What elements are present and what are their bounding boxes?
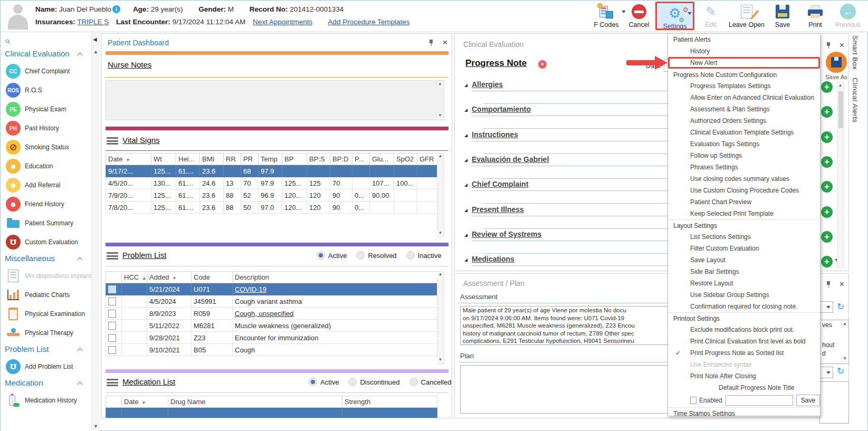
problem-column-header[interactable]: Added▼ xyxy=(147,272,192,283)
problem-column-header[interactable]: Description xyxy=(233,272,437,283)
add-section-entry-button[interactable]: + xyxy=(821,131,833,143)
chevron-up-icon[interactable] xyxy=(78,257,83,263)
menu-item-assessment-plan-settings[interactable]: Assessment & Plan Settings xyxy=(668,103,820,115)
problem-filter-radio-inactive[interactable] xyxy=(406,251,415,260)
sort-asc-icon[interactable]: ▲ xyxy=(142,276,146,281)
settings-button[interactable]: ⚙⚙⚙ Settings xyxy=(655,2,694,30)
problem-row[interactable]: 9/10/2021B05Cough xyxy=(106,344,437,356)
evaluation-scrollbar[interactable]: ▲ xyxy=(837,82,844,268)
sidebar-item-pediatric-charts[interactable]: Pediatric Charts xyxy=(1,285,91,304)
vitals-column-header[interactable]: BP xyxy=(282,154,307,165)
save-button[interactable]: Save xyxy=(766,2,799,30)
add-section-entry-button[interactable]: + xyxy=(821,206,833,218)
problem-scroll-up-icon[interactable]: ▲ xyxy=(437,272,444,278)
menu-item-patient-chart-preview[interactable]: Patient Chart Preview xyxy=(668,196,820,208)
problem-filter-radio-active[interactable] xyxy=(317,251,325,260)
problem-list-menu-icon[interactable] xyxy=(107,252,118,261)
leave-open-button[interactable]: Leave Open xyxy=(727,2,766,30)
cancel-button[interactable]: Cancel xyxy=(623,2,655,30)
info-icon[interactable]: i xyxy=(112,5,120,13)
vitals-column-header[interactable]: Temp xyxy=(259,154,282,165)
nurse-notes-scroll-up-icon[interactable]: ▲ xyxy=(436,81,443,88)
sidebar-item-r-o-s[interactable]: ROSR.O.S xyxy=(1,81,91,100)
sidebar-group-header[interactable]: Clinical Evaluation xyxy=(5,49,87,61)
section-expand-icon[interactable]: ◢ xyxy=(464,183,468,187)
listbox-scroll-down-icon[interactable]: ▼ xyxy=(841,356,848,362)
vitals-column-header[interactable]: Glu... xyxy=(370,154,394,165)
add-section-entry-button[interactable]: + xyxy=(821,181,833,193)
sidebar-item-physical-therapy[interactable]: Physical Therapy xyxy=(1,323,91,342)
row-checkbox[interactable] xyxy=(108,298,116,305)
sort-desc-icon[interactable]: ▼ xyxy=(173,276,177,281)
sidebar-item-physical-exam[interactable]: PEPhysical Exam xyxy=(1,100,91,119)
vitals-column-header[interactable]: GFR xyxy=(417,154,437,165)
insurance-link[interactable]: TRIPLE S xyxy=(77,18,109,26)
add-section-entry-button[interactable]: + xyxy=(821,81,833,93)
vitals-column-header[interactable]: PR xyxy=(241,154,259,165)
vitals-column-header[interactable]: BP:S xyxy=(307,154,330,165)
medication-filter-radio-active[interactable] xyxy=(309,378,317,386)
chevron-up-icon[interactable] xyxy=(78,53,83,58)
dashboard-close-icon[interactable]: ✕ xyxy=(442,39,448,46)
enabled-checkbox[interactable] xyxy=(690,397,697,404)
sidebar-item-physical-examination[interactable]: Physical Examination xyxy=(1,304,91,323)
menu-item-print-clinical-evaluation-first-level-as-bold[interactable]: Print Clinical Evaluation first level as… xyxy=(668,336,820,347)
problem-row[interactable]: 4/5/2024J45991Cough variant asthma xyxy=(106,295,437,308)
row-checkbox[interactable] xyxy=(108,346,116,354)
problem-filter-radio-resolved[interactable] xyxy=(356,251,365,260)
evaluation-scroll-up-icon[interactable]: ▲ xyxy=(837,83,844,89)
vitals-row[interactable]: 4/5/20...130...61....24.6137097.9125...1… xyxy=(106,177,437,189)
default-title-input[interactable] xyxy=(726,395,793,406)
vitals-scroll-down-icon[interactable]: ▼ xyxy=(437,231,444,237)
menu-item-use-sidebar-group-settings[interactable]: Use Sidebar Group Settings xyxy=(668,289,820,301)
menu-item-follow-up-settings[interactable]: Follow up Settings xyxy=(668,150,820,161)
medication-column-header[interactable]: Strength xyxy=(342,396,437,408)
problem-row[interactable]: 5/21/2024U071COVID-19 xyxy=(106,283,437,295)
chevron-up-icon[interactable] xyxy=(78,382,83,387)
fcodes-button[interactable]: F Codes xyxy=(590,2,623,30)
menu-item-exclude-modifications-block-print-out-[interactable]: Exclude modifications block print out. xyxy=(668,324,820,336)
sidebar-item-add-referral[interactable]: ☻Add Referral xyxy=(1,176,91,195)
menu-item-evaluation-tags-settings[interactable]: Evaluation Tags Settings xyxy=(668,138,820,150)
section-expand-icon[interactable]: ◢ xyxy=(464,133,468,138)
section-expand-icon[interactable]: ◢ xyxy=(464,108,468,112)
menu-item-history[interactable]: History xyxy=(668,45,820,57)
progress-note-delete-icon[interactable]: ✕ xyxy=(538,60,547,69)
menu-item-authorized-orders-settings[interactable]: Authorized Orders Settings xyxy=(668,115,820,127)
menu-item-progress-templates-settings[interactable]: Progress Templates Settings xyxy=(668,80,820,92)
alerts-combo-dropdown[interactable] xyxy=(819,301,833,313)
add-procedure-templates-link[interactable]: Add Procedure Templates xyxy=(328,18,409,26)
tab-smart-box[interactable]: Smart Box xyxy=(851,35,859,70)
problem-list-scrollbar[interactable]: ▲ ▼ xyxy=(437,271,444,364)
sidebar-scrollbar[interactable]: ◀ ▲ ▼ xyxy=(91,32,100,431)
alerts-refresh-icon[interactable]: ↻ xyxy=(837,301,844,312)
alerts-combo-dropdown-2[interactable] xyxy=(819,367,833,378)
medication-list-menu-icon[interactable] xyxy=(107,379,118,387)
menu-save-button[interactable]: Save xyxy=(796,395,820,406)
vitals-column-header[interactable]: Hei... xyxy=(176,154,200,165)
vitals-column-header[interactable]: BP:D xyxy=(330,154,352,165)
section-expand-icon[interactable]: ◢ xyxy=(464,257,468,262)
sidebar-item-mis-dispositivos-implanta[interactable]: Mis dispositivos implanta xyxy=(1,266,91,285)
section-expand-icon[interactable]: ◢ xyxy=(464,158,468,162)
next-appointments-link[interactable]: Next Appointments xyxy=(253,18,312,26)
section-heading[interactable]: Comportamiento xyxy=(472,105,531,113)
section-heading[interactable]: Chief Complaint xyxy=(472,180,528,188)
row-checkbox[interactable] xyxy=(108,322,116,330)
sidebar-group-header[interactable]: Medication xyxy=(5,378,87,390)
problem-column-header[interactable]: HCC▲ xyxy=(122,272,147,283)
problem-row[interactable]: 9/28/2021Z23Encounter for immunization xyxy=(106,332,437,344)
section-expand-icon[interactable]: ◢ xyxy=(464,233,468,237)
vitals-row[interactable]: 9/17/2...125...61....23.66897.9 xyxy=(106,165,437,177)
assessment-pin-icon[interactable] xyxy=(826,281,831,288)
sidebar-collapse-icon[interactable]: ◀ xyxy=(93,36,97,42)
menu-item-clinical-evaluation-template-settings[interactable]: Clinical Evaluation Template Settings xyxy=(668,127,820,138)
medication-filter-radio-discontinued[interactable] xyxy=(348,378,357,386)
sidebar-item-medication-history[interactable]: Medication History xyxy=(1,391,91,410)
vital-signs-scrollbar[interactable]: ▲ ▼ xyxy=(437,153,444,237)
medication-filter-radio-cancelled[interactable] xyxy=(409,378,418,386)
sidebar-item-smoking-status[interactable]: ⊘Smoking Status xyxy=(1,138,91,157)
section-heading[interactable]: Present Illness xyxy=(472,205,524,214)
sidebar-item-education[interactable]: ☻Education xyxy=(1,157,91,176)
menu-item-side-bar-settings[interactable]: Side Bar Settings xyxy=(668,266,820,277)
